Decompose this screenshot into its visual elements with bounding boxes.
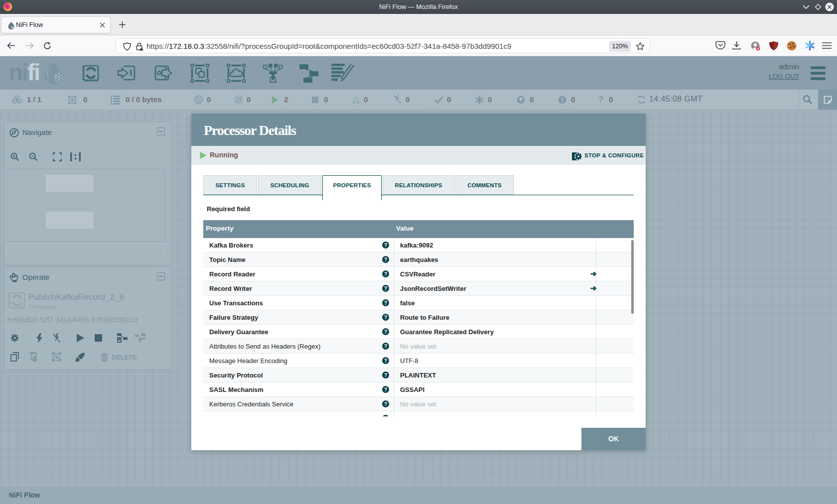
svg-text:?: ? <box>384 373 387 378</box>
svg-text:?: ? <box>384 416 387 416</box>
svg-text:?: ? <box>384 358 387 364</box>
svg-text:?: ? <box>384 344 387 349</box>
svg-text:?: ? <box>384 300 387 306</box>
svg-text:?: ? <box>384 271 387 277</box>
svg-text:?: ? <box>384 257 387 262</box>
svg-text:?: ? <box>384 243 387 248</box>
svg-text:?: ? <box>384 401 387 407</box>
svg-text:?: ? <box>384 315 387 320</box>
svg-text:?: ? <box>384 286 387 291</box>
svg-text:?: ? <box>384 329 387 335</box>
svg-text:?: ? <box>384 387 387 392</box>
